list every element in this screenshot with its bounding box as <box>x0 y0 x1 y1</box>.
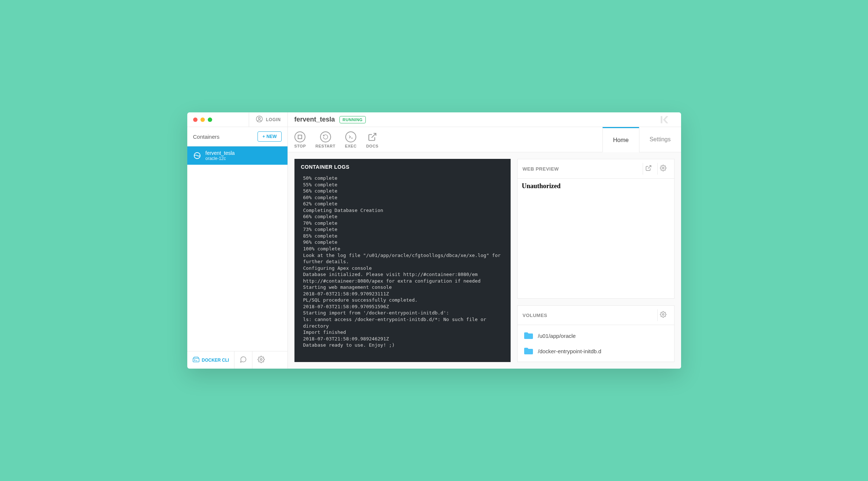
tabs: Home Settings <box>602 127 681 152</box>
maximize-window-button[interactable] <box>208 118 212 122</box>
stop-icon <box>294 131 305 142</box>
volumes-panel: VOLUMES <box>517 305 675 362</box>
web-preview-content: Unauthorized <box>518 179 674 298</box>
svg-point-4 <box>260 359 262 361</box>
settings-button[interactable] <box>252 351 270 369</box>
external-link-icon <box>645 165 652 173</box>
logs-title: CONTAINER LOGS <box>294 159 511 175</box>
web-preview-title: WEB PREVIEW <box>523 166 640 172</box>
docs-label: DOCS <box>366 144 379 148</box>
new-button-label: NEW <box>267 134 277 139</box>
svg-point-7 <box>662 314 664 316</box>
gear-icon <box>660 311 666 319</box>
tab-home[interactable]: Home <box>602 127 639 152</box>
header-area: fervent_tesla RUNNING <box>288 112 681 127</box>
docs-button[interactable]: DOCS <box>366 131 379 148</box>
open-external-button[interactable] <box>643 163 654 175</box>
sidebar: Containers + NEW fervent_tesla <box>187 127 288 369</box>
container-item-name: fervent_tesla <box>206 150 235 156</box>
volume-path: /u01/app/oracle <box>538 333 576 339</box>
svg-point-6 <box>662 167 664 169</box>
container-running-icon <box>193 152 201 160</box>
chat-icon <box>240 356 247 364</box>
exec-label: EXEC <box>345 144 357 148</box>
feedback-button[interactable] <box>234 351 252 369</box>
terminal-icon <box>192 356 200 364</box>
web-preview-panel: WEB PREVIEW <box>517 159 675 299</box>
sidebar-header: Containers + NEW <box>187 127 288 146</box>
status-badge: RUNNING <box>339 116 366 123</box>
volumes-title: VOLUMES <box>523 313 654 318</box>
volume-item[interactable]: /docker-entrypoint-initdb.d <box>518 343 674 359</box>
new-container-button[interactable]: + NEW <box>258 131 281 142</box>
docker-cli-button[interactable]: DOCKER CLI <box>187 351 235 369</box>
external-link-icon <box>367 131 378 142</box>
user-icon <box>256 115 263 124</box>
gear-icon <box>660 165 666 173</box>
restart-icon <box>320 131 331 142</box>
restart-label: RESTART <box>315 144 335 148</box>
sidebar-item-fervent-tesla[interactable]: fervent_tesla oracle-12c <box>187 146 288 165</box>
folder-icon <box>523 332 534 340</box>
stop-label: STOP <box>294 144 306 148</box>
svg-rect-3 <box>193 358 199 362</box>
toolbar: STOP RESTART EXEC <box>288 127 681 152</box>
svg-rect-5 <box>298 135 302 139</box>
title-bar: LOGIN fervent_tesla RUNNING <box>187 112 681 127</box>
sidebar-title: Containers <box>193 134 220 140</box>
main-content: STOP RESTART EXEC <box>288 127 681 369</box>
login-button[interactable]: LOGIN <box>249 112 288 127</box>
logs-output[interactable]: 50% complete 55% complete 56% complete 6… <box>294 175 511 362</box>
container-list: fervent_tesla oracle-12c <box>187 146 288 351</box>
app-window: LOGIN fervent_tesla RUNNING Containers +… <box>187 112 681 369</box>
terminal-prompt-icon <box>345 131 356 142</box>
brand-logo <box>653 115 675 124</box>
exec-button[interactable]: EXEC <box>345 131 357 148</box>
gear-icon <box>258 356 265 364</box>
container-logs-panel: CONTAINER LOGS 50% complete 55% complete… <box>294 159 511 362</box>
volume-item[interactable]: /u01/app/oracle <box>518 328 674 343</box>
svg-point-1 <box>258 117 260 119</box>
plus-icon: + <box>262 134 265 139</box>
login-label: LOGIN <box>266 117 281 122</box>
stop-button[interactable]: STOP <box>294 131 306 148</box>
tab-home-label: Home <box>613 137 629 143</box>
tab-settings-label: Settings <box>650 136 671 143</box>
sidebar-footer: DOCKER CLI <box>187 351 288 369</box>
docker-cli-label: DOCKER CLI <box>202 358 229 363</box>
tab-settings[interactable]: Settings <box>639 127 681 152</box>
minimize-window-button[interactable] <box>200 118 205 122</box>
page-title: fervent_tesla <box>294 116 335 123</box>
volume-path: /docker-entrypoint-initdb.d <box>538 348 601 354</box>
container-item-image: oracle-12c <box>206 156 235 161</box>
web-preview-settings-button[interactable] <box>657 163 669 175</box>
close-window-button[interactable] <box>193 118 198 122</box>
folder-icon <box>523 347 534 355</box>
window-controls <box>187 112 218 127</box>
volumes-settings-button[interactable] <box>657 309 669 321</box>
restart-button[interactable]: RESTART <box>315 131 335 148</box>
